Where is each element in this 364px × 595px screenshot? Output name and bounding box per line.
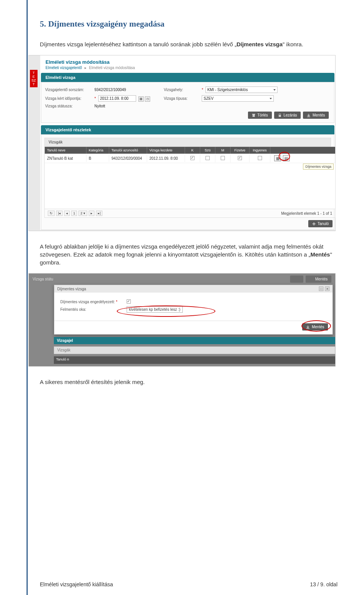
left-accent <box>27 0 28 595</box>
bg-label-statusz: Vizsga státu <box>33 277 53 281</box>
table-empty-area <box>45 163 335 209</box>
bg-mentes-button: Mentés <box>306 275 331 283</box>
form-area: Vizsgajelentő sorszám: 9342/2012/100049 … <box>41 82 334 123</box>
mentes-button[interactable]: Mentés <box>303 112 329 119</box>
td-neve: ZNTanuló B kat <box>45 155 86 162</box>
calendar-icon[interactable]: ▦ <box>138 96 144 102</box>
value-statusz: Nyitott <box>94 104 157 108</box>
page-footer: Elméleti vizsgajelentő kiállítása 13 / 9… <box>40 566 337 587</box>
paragraph-3: A sikeres mentésről értesítés jelenik me… <box>40 378 337 386</box>
breadcrumb: Elméleti vizsgajelentő ▸ Elméleti vizsga… <box>40 66 335 73</box>
th-k: K <box>185 147 200 154</box>
th-vizsga-kezdete: Vizsga kezdete <box>147 147 185 154</box>
modal-title-text: Díjmentes vizsga <box>57 287 86 291</box>
input-idopont[interactable]: 2012.11.09. 8:00 <box>98 95 136 102</box>
td-kat: B <box>86 155 109 162</box>
td-tanuloi: 9432/12/020/0004 <box>109 155 147 162</box>
label-hely: Vizsgahely: <box>164 88 202 92</box>
bg-teal-strip: Vizsgajel <box>54 337 335 344</box>
highlight-circle-mentes <box>301 320 331 332</box>
test-badge: TESZT <box>30 70 38 87</box>
screenshot-2: Vizsga státu Mentés Díjmentes vizsga □ ✕ <box>28 273 336 367</box>
lock-icon <box>294 277 298 281</box>
breadcrumb-link[interactable]: Elméleti vizsgajelentő <box>46 66 82 70</box>
paragraph-1: Díjmentes vizsga lejelentéséhez kattints… <box>40 40 337 48</box>
th-actions <box>270 147 335 154</box>
bg-gray-strip: Vizsgák <box>54 346 335 354</box>
section-bar-reszletek: Vizsgajelentő részletek <box>41 125 334 134</box>
th-neve: Tanuló neve <box>45 147 86 154</box>
th-fizetve: Fizetve <box>231 147 249 154</box>
select-tipus[interactable]: SZEV <box>202 95 274 102</box>
next-page-icon[interactable]: ▸ <box>89 211 94 216</box>
prev-page-icon[interactable]: ◂ <box>64 211 70 216</box>
value-sorszam: 9342/2012/100049 <box>94 88 157 92</box>
subbar-vizsgak: Vizsgák <box>44 138 331 146</box>
checkbox-fizetve[interactable] <box>238 156 242 160</box>
label-sorszam: Vizsgajelentő sorszám: <box>45 88 94 92</box>
label-idopont: Vizsga kért időpontja: <box>45 96 94 101</box>
checkbox-engedelyezett[interactable] <box>127 299 131 304</box>
heading: 5. Díjmentes vizsgaigény megadása <box>40 19 337 29</box>
label-engedelyezett: Díjmentes vizsga engedélyezett: * <box>60 300 127 304</box>
th-m: M <box>215 147 231 154</box>
bg-dark-strip: Tanuló n <box>54 356 335 364</box>
label-tipus: Vizsga típusa: <box>164 96 202 101</box>
td-vk: 2012.11.09. 8:00 <box>147 155 185 162</box>
svg-rect-2 <box>279 115 281 117</box>
checkbox-m[interactable] <box>221 156 225 160</box>
page-number: 1 <box>71 211 77 216</box>
checkbox-ingyenes[interactable] <box>258 156 262 160</box>
footer-right: 13 / 9. oldal <box>310 581 337 587</box>
label-statusz: Vizsga státusza: <box>45 104 94 108</box>
screenshot-1: TESZT Elméleti vizsga módosítása Elmélet… <box>28 55 336 231</box>
first-page-icon[interactable]: |◂ <box>56 211 63 216</box>
th-szu: Szü <box>200 147 215 154</box>
trash-icon <box>252 113 256 117</box>
refresh-icon[interactable]: ↻ <box>48 211 55 216</box>
shot1-title: Elméleti vizsga módosítása <box>40 55 335 66</box>
breadcrumb-current: Elméleti vizsga módosítása <box>89 66 135 70</box>
chevron-down-icon <box>270 98 272 99</box>
section-bar-elmeleti: Elméleti vizsga <box>41 73 334 82</box>
th-kategoria: Kategória <box>86 147 109 154</box>
tanulo-add-button[interactable]: Tanuló <box>308 220 333 227</box>
tooltip-dijmentes: Díjmentes vizsga <box>303 164 334 170</box>
torles-button[interactable]: Törlés <box>248 112 272 119</box>
chevron-down-icon <box>273 89 276 91</box>
pager: ↻ |◂ ◂ 1 2 ▾ ▸ ▸| Megjelenített elemek 1… <box>45 209 335 217</box>
save-icon <box>309 277 313 281</box>
plus-icon <box>312 222 316 226</box>
checkbox-szu[interactable] <box>206 156 210 160</box>
maximize-icon[interactable]: □ <box>319 286 323 291</box>
table-row: ZNTanuló B kat B 9432/12/020/0004 2012.1… <box>45 154 335 163</box>
checkbox-k[interactable] <box>190 156 195 160</box>
highlight-ellipse <box>117 305 215 317</box>
th-tanuloi: Tanulói azonosító <box>109 147 147 154</box>
th-ingyenes: Ingyenes <box>249 147 270 154</box>
last-page-icon[interactable]: ▸| <box>96 211 102 216</box>
chevron-right-icon: ▸ <box>85 66 86 70</box>
select-vizsgahely[interactable]: KMI - Szigetszentmiklós <box>206 87 278 93</box>
lezaras-button[interactable]: Lezárás <box>274 112 301 119</box>
page-size[interactable]: 2 ▾ <box>78 211 87 216</box>
svg-rect-3 <box>307 116 310 117</box>
svg-rect-0 <box>253 115 255 117</box>
clock-icon[interactable]: ◷ <box>145 96 150 102</box>
modal-dijmentes: Díjmentes vizsga □ ✕ Díjmentes vizsga en… <box>54 285 333 335</box>
paragraph-2: A felugró ablakban jelölje ki a díjmente… <box>40 242 337 266</box>
close-icon[interactable]: ✕ <box>325 286 329 291</box>
highlight-circle <box>279 152 290 161</box>
save-icon <box>307 113 311 117</box>
footer-left: Elméleti vizsgajelentő kiállítása <box>40 581 113 587</box>
lock-icon <box>278 113 282 117</box>
bg-lezaras-button <box>290 275 303 283</box>
svg-rect-1 <box>252 114 255 115</box>
table-header: Tanuló neve Kategória Tanulói azonosító … <box>45 147 335 154</box>
pager-info: Megjelenített elemek 1 - 1 of 1 <box>281 211 332 216</box>
